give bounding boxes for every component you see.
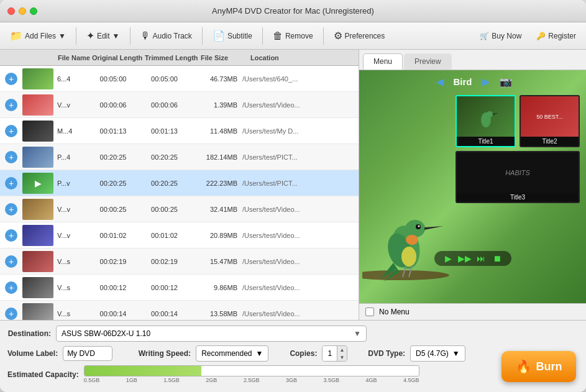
add-files-button[interactable]: 📁 Add Files ▼ — [5, 27, 71, 44]
row-add-button-4[interactable]: + — [5, 177, 17, 189]
copies-down-button[interactable]: ▼ — [337, 353, 347, 361]
row-trim-7: 00:02:19 — [138, 258, 191, 265]
capacity-labels: 0.5GB 1GB 1.5GB 2GB 2.5GB 3GB 3.5GB 4GB … — [84, 377, 419, 383]
row-loc-1: /Users/test/Video... — [237, 101, 354, 109]
row-name-8: V...s — [57, 284, 88, 291]
audio-track-button[interactable]: 🎙 Audio Track — [135, 28, 197, 44]
row-loc-5: /Users/test/Video... — [237, 206, 354, 213]
table-row[interactable]: + V...v 00:00:06 00:00:06 1.39MB /Users/… — [0, 92, 359, 118]
row-thumbnail-8 — [22, 277, 53, 298]
th-file-name: File Name — [58, 54, 92, 62]
traffic-lights — [7, 7, 37, 15]
edit-button[interactable]: ✦ Edit ▼ — [81, 27, 125, 44]
prev-title-button[interactable]: ◀ — [434, 75, 446, 88]
row-add-button-7[interactable]: + — [5, 255, 17, 268]
table-row[interactable]: + 6...4 00:05:00 00:05:00 46.73MB /Users… — [0, 66, 359, 92]
capacity-bar — [84, 365, 419, 376]
title3-thumbnail[interactable]: HABITS Title3 — [456, 151, 580, 203]
playback-controls: ▶ ▶▶ ⏭ ⏹ — [434, 251, 511, 266]
toolbar-right: 🛒 Buy Now 🔑 Register — [475, 29, 581, 43]
volume-input[interactable] — [63, 346, 112, 361]
row-thumbnail-6 — [22, 225, 53, 246]
dvd-preview: ◀ Bird ▶ 📷 Title1 — [359, 70, 586, 303]
play-button[interactable]: ▶ — [442, 253, 456, 263]
row-trim-5: 00:00:25 — [138, 206, 191, 213]
row-size-9: 13.58MB — [191, 310, 237, 317]
title2-thumbnail[interactable]: 50 BEST... Title2 — [520, 95, 580, 147]
audio-track-label: Audio Track — [153, 32, 192, 40]
row-add-button-8[interactable]: + — [5, 281, 17, 294]
row-loc-0: /Users/test/640_... — [237, 75, 354, 83]
close-button[interactable] — [7, 7, 15, 15]
burn-button[interactable]: 🔥 Burn — [501, 351, 576, 382]
tab-menu[interactable]: Menu — [363, 53, 403, 70]
table-row[interactable]: + V...s 00:00:12 00:00:12 9.86MB /Users/… — [0, 275, 359, 301]
subtitle-label: Subtitle — [227, 32, 252, 40]
dvd-type-dropdown[interactable]: D5 (4.7G) ▼ — [410, 345, 465, 362]
toolbar: 📁 Add Files ▼ ✦ Edit ▼ 🎙 Audio Track 📄 S… — [0, 22, 586, 50]
camera-icon[interactable]: 📷 — [500, 76, 512, 88]
row-thumbnail-5 — [22, 199, 53, 220]
panel-tabs: Menu Preview — [359, 50, 586, 70]
preferences-button[interactable]: ⚙ Preferences — [329, 27, 390, 44]
buy-now-button[interactable]: 🛒 Buy Now — [475, 29, 526, 43]
table-row[interactable]: + V...v 00:00:25 00:00:25 32.41MB /Users… — [0, 196, 359, 222]
bird-illustration — [362, 142, 468, 291]
table-row[interactable]: + P...4 00:20:25 00:20:25 182.14MB /User… — [0, 144, 359, 170]
table-row[interactable]: + V...v 00:01:02 00:01:02 20.89MB /Users… — [0, 222, 359, 248]
svg-point-9 — [401, 247, 416, 267]
table-row[interactable]: + ▶ P...v 00:20:25 00:20:25 222.23MB /Us… — [0, 170, 359, 196]
title1-thumbnail[interactable]: Title1 — [456, 95, 516, 147]
row-name-5: V...v — [57, 206, 88, 213]
row-add-button-1[interactable]: + — [5, 99, 17, 111]
next-title-button[interactable]: ▶ — [480, 75, 492, 88]
no-menu-checkbox[interactable] — [365, 308, 374, 316]
toolbar-separator-1 — [76, 27, 76, 45]
dvd-type-value: D5 (4.7G) — [416, 349, 449, 358]
row-trim-4: 00:20:25 — [138, 180, 191, 187]
stop-button[interactable]: ⏹ — [490, 253, 504, 263]
copies-label: Copies: — [286, 349, 317, 358]
copies-up-button[interactable]: ▲ — [337, 346, 347, 353]
add-files-icon: 📁 — [10, 30, 22, 42]
row-trim-8: 00:00:12 — [138, 284, 191, 291]
play-all-button[interactable]: ▶▶ — [458, 253, 472, 263]
row-trim-6: 00:01:02 — [138, 232, 191, 239]
row-trim-3: 00:20:25 — [138, 153, 191, 161]
row-add-button-6[interactable]: + — [5, 229, 17, 242]
file-rows: + 6...4 00:05:00 00:05:00 46.73MB /Users… — [0, 66, 359, 320]
row-add-button-9[interactable]: + — [5, 308, 17, 320]
table-row[interactable]: + V...s 00:00:14 00:00:14 13.58MB /Users… — [0, 301, 359, 320]
title1-label: Title1 — [457, 137, 515, 146]
destination-dropdown[interactable]: ASUS SBW-06D2X-U 1.10 ▼ — [56, 326, 367, 342]
edit-arrow-icon: ▼ — [112, 32, 120, 40]
buy-now-label: Buy Now — [492, 32, 521, 40]
row-add-button-2[interactable]: + — [5, 125, 17, 137]
destination-value: ASUS SBW-06D2X-U 1.10 — [62, 329, 150, 338]
table-row[interactable]: + V...s 00:02:19 00:02:19 15.47MB /Users… — [0, 248, 359, 275]
register-button[interactable]: 🔑 Register — [531, 29, 581, 43]
tab-preview[interactable]: Preview — [404, 53, 452, 70]
row-orig-5: 00:00:25 — [88, 206, 138, 213]
svg-marker-14 — [493, 113, 498, 115]
svg-point-7 — [406, 235, 418, 245]
capacity-fill — [85, 366, 201, 376]
dvd-type-arrow-icon: ▼ — [452, 349, 460, 358]
bottom-panel: Destination: ASUS SBW-06D2X-U 1.10 ▼ Vol… — [0, 320, 586, 392]
th-original-length: Original Length — [92, 54, 145, 62]
maximize-button[interactable] — [30, 7, 37, 15]
subtitle-button[interactable]: 📄 Subtitle — [208, 27, 257, 44]
row-trim-2: 00:01:13 — [138, 127, 191, 135]
table-row[interactable]: + M...4 00:01:13 00:01:13 11.48MB /Users… — [0, 118, 359, 144]
remove-button[interactable]: 🗑 Remove — [268, 28, 318, 44]
minimize-button[interactable] — [19, 7, 26, 15]
row-size-8: 9.86MB — [191, 284, 237, 291]
skip-button[interactable]: ⏭ — [474, 253, 488, 263]
row-orig-7: 00:02:19 — [88, 258, 138, 265]
title-nav: ◀ Bird ▶ 📷 — [359, 75, 586, 88]
burn-label: Burn — [536, 360, 562, 373]
row-add-button-3[interactable]: + — [5, 151, 17, 163]
row-add-button-5[interactable]: + — [5, 203, 17, 216]
writing-speed-dropdown[interactable]: Recommended ▼ — [196, 345, 268, 362]
row-add-button-0[interactable]: + — [5, 73, 17, 85]
